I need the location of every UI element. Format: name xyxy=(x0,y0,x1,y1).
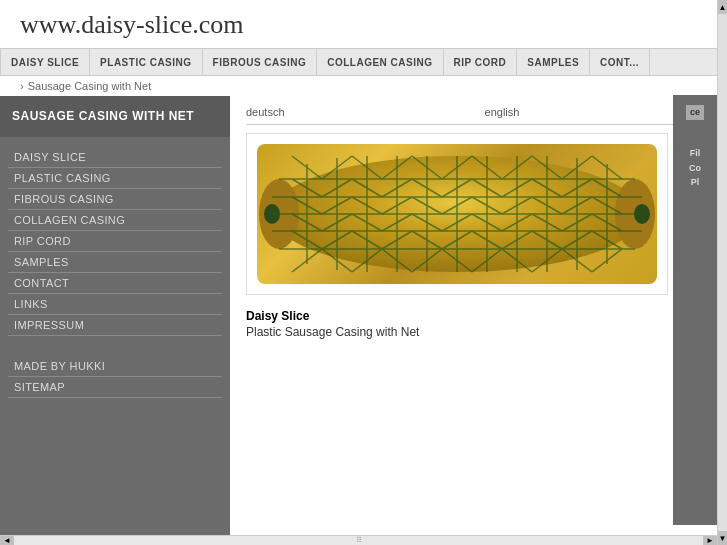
product-desc: Plastic Sausage Casing with Net xyxy=(246,325,711,339)
product-brand: Daisy Slice xyxy=(246,309,711,323)
sidebar-item-impressum[interactable]: IMPRESSUM xyxy=(8,315,222,336)
lang-deutsch-link[interactable]: deutsch xyxy=(246,106,285,118)
sidebar: SAUSAGE CASING WITH NET DAISY SLICE PLAS… xyxy=(0,96,230,545)
sidebar-item-fibrous-casing[interactable]: FIBROUS CASING xyxy=(8,189,222,210)
scroll-left-button[interactable]: ◄ xyxy=(0,536,14,546)
nav-item-collagen-casing[interactable]: COLLAGEN CASING xyxy=(317,49,443,75)
right-panel: ce Fil Co Pl xyxy=(673,95,717,525)
nav-item-samples[interactable]: SAMPLES xyxy=(517,49,590,75)
lang-english-link[interactable]: english xyxy=(485,106,520,118)
nav-item-plastic-casing[interactable]: PLASTIC CASING xyxy=(90,49,202,75)
nav-item-contact[interactable]: CONT... xyxy=(590,49,650,75)
product-image xyxy=(257,144,657,284)
scroll-right-button[interactable]: ► xyxy=(703,536,717,546)
sidebar-title: SAUSAGE CASING WITH NET xyxy=(0,96,230,137)
sidebar-item-rip-cord[interactable]: RIP CORD xyxy=(8,231,222,252)
scroll-up-button[interactable]: ▲ xyxy=(718,0,728,14)
breadcrumb-arrow: › xyxy=(20,80,24,92)
site-title[interactable]: www.daisy-slice.com xyxy=(20,10,707,40)
lang-bar: deutsch english xyxy=(246,106,711,125)
breadcrumb-text[interactable]: Sausage Casing with Net xyxy=(28,80,152,92)
right-panel-ce[interactable]: ce xyxy=(686,105,704,120)
sidebar-nav: DAISY SLICE PLASTIC CASING FIBROUS CASIN… xyxy=(0,147,230,398)
content-area: deutsch english xyxy=(230,96,727,545)
sausage-net-svg xyxy=(257,144,657,284)
sidebar-item-daisy-slice[interactable]: DAISY SLICE xyxy=(8,147,222,168)
main-layout: SAUSAGE CASING WITH NET DAISY SLICE PLAS… xyxy=(0,96,727,545)
breadcrumb: › Sausage Casing with Net xyxy=(0,76,727,96)
vertical-scrollbar: ▲ ▼ xyxy=(717,0,727,545)
right-panel-fil[interactable]: Fil xyxy=(690,148,701,159)
sidebar-item-links[interactable]: LINKS xyxy=(8,294,222,315)
nav-item-daisy-slice[interactable]: DAISY SLICE xyxy=(0,49,90,75)
sidebar-item-plastic-casing[interactable]: PLASTIC CASING xyxy=(8,168,222,189)
nav-item-rip-cord[interactable]: RIP CORD xyxy=(444,49,518,75)
right-panel-pl[interactable]: Pl xyxy=(691,177,700,188)
sidebar-item-sitemap[interactable]: SITEMAP xyxy=(8,377,222,398)
right-panel-co[interactable]: Co xyxy=(689,163,701,174)
nav-bar: DAISY SLICE PLASTIC CASING FIBROUS CASIN… xyxy=(0,48,727,76)
sidebar-item-made-by-hukki[interactable]: MADE BY HUKKI xyxy=(8,356,222,377)
hscroll-indicator: ⠿ xyxy=(356,536,362,545)
sidebar-item-samples[interactable]: SAMPLES xyxy=(8,252,222,273)
header: www.daisy-slice.com xyxy=(0,0,727,48)
sidebar-item-collagen-casing[interactable]: COLLAGEN CASING xyxy=(8,210,222,231)
product-image-container xyxy=(246,133,668,295)
scroll-down-button[interactable]: ▼ xyxy=(718,531,728,545)
horizontal-scrollbar: ◄ ⠿ ► xyxy=(0,535,717,545)
nav-item-fibrous-casing[interactable]: FIBROUS CASING xyxy=(203,49,318,75)
sidebar-item-contact[interactable]: CONTACT xyxy=(8,273,222,294)
